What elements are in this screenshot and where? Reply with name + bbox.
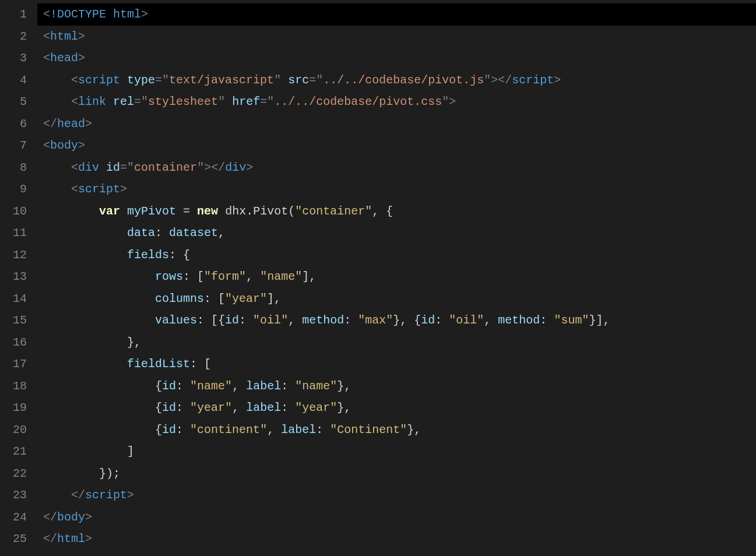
line-number: 3 <box>6 47 27 69</box>
code-line[interactable]: rows: ["form", "name"], <box>37 266 756 288</box>
line-number: 4 <box>6 69 27 92</box>
line-number: 24 <box>6 506 27 529</box>
code-line[interactable]: <head> <box>37 47 756 69</box>
code-content[interactable]: <!DOCTYPE html> <html> <head> <script ty… <box>37 0 756 556</box>
code-line[interactable]: </script> <box>37 484 756 506</box>
line-number: 15 <box>6 309 27 332</box>
code-line[interactable]: <!DOCTYPE html> <box>37 3 756 26</box>
line-number: 13 <box>6 266 27 288</box>
line-number: 11 <box>6 222 27 244</box>
line-number: 7 <box>6 135 27 157</box>
line-number: 22 <box>6 463 27 485</box>
code-line[interactable]: values: [{id: "oil", method: "max"}, {id… <box>37 309 756 332</box>
code-line[interactable]: {id: "name", label: "name"}, <box>37 375 756 397</box>
code-line[interactable]: </body> <box>37 506 756 529</box>
line-number: 19 <box>6 397 27 419</box>
code-line[interactable]: <link rel="stylesheet" href="../../codeb… <box>37 91 756 113</box>
code-line[interactable]: <script> <box>37 178 756 200</box>
line-number: 6 <box>6 113 27 135</box>
code-editor[interactable]: 1 2 3 4 5 6 7 8 9 10 11 12 13 14 15 16 1… <box>0 0 756 556</box>
code-line[interactable]: ] <box>37 441 756 463</box>
line-number: 20 <box>6 419 27 441</box>
line-number: 1 <box>6 3 27 26</box>
line-number: 17 <box>6 353 27 375</box>
code-line[interactable]: <html> <box>37 26 756 48</box>
line-number: 12 <box>6 244 27 266</box>
line-number-gutter: 1 2 3 4 5 6 7 8 9 10 11 12 13 14 15 16 1… <box>0 0 37 556</box>
code-line[interactable]: </html> <box>37 528 756 550</box>
code-line[interactable]: </head> <box>37 113 756 135</box>
code-line[interactable]: <script type="text/javascript" src="../.… <box>37 69 756 92</box>
code-line[interactable]: var myPivot = new dhx.Pivot("container",… <box>37 200 756 223</box>
code-line[interactable]: fieldList: [ <box>37 353 756 375</box>
code-line[interactable]: <body> <box>37 135 756 157</box>
line-number: 23 <box>6 484 27 506</box>
line-number: 2 <box>6 26 27 48</box>
line-number: 5 <box>6 91 27 113</box>
code-line[interactable]: }, <box>37 332 756 354</box>
code-line[interactable]: {id: "year", label: "year"}, <box>37 397 756 419</box>
line-number: 21 <box>6 441 27 463</box>
line-number: 16 <box>6 332 27 354</box>
code-line[interactable]: <div id="container"></div> <box>37 157 756 179</box>
line-number: 8 <box>6 157 27 179</box>
line-number: 14 <box>6 288 27 310</box>
code-line[interactable]: data: dataset, <box>37 222 756 244</box>
line-number: 10 <box>6 200 27 223</box>
code-line[interactable]: fields: { <box>37 244 756 266</box>
line-number: 25 <box>6 528 27 550</box>
line-number: 9 <box>6 178 27 200</box>
code-line[interactable]: columns: ["year"], <box>37 288 756 310</box>
line-number: 18 <box>6 375 27 397</box>
code-line[interactable]: }); <box>37 463 756 485</box>
code-line[interactable]: {id: "continent", label: "Continent"}, <box>37 419 756 441</box>
